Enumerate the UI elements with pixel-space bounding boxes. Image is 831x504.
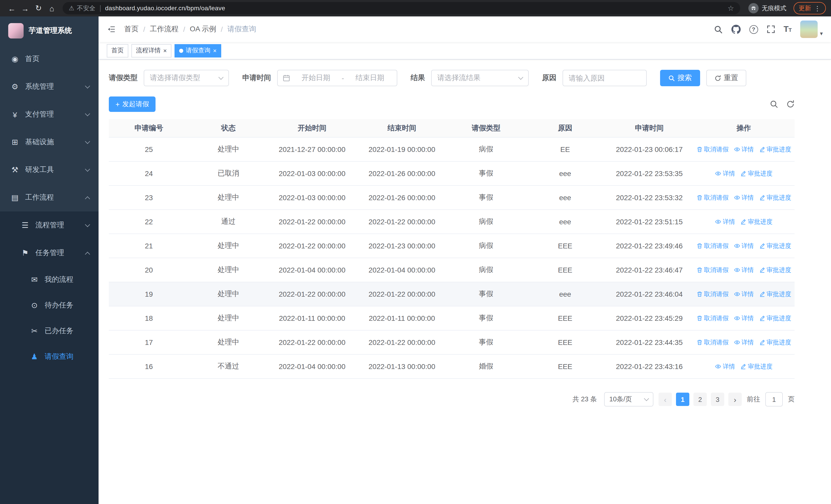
sidebar-item-leave-query[interactable]: ♟请假查询 bbox=[0, 344, 98, 369]
sidebar-fold-icon[interactable] bbox=[107, 25, 116, 34]
security-chip[interactable]: ⚠ 不安全 bbox=[69, 4, 95, 12]
breadcrumb-item[interactable]: OA 示例 bbox=[190, 25, 216, 34]
detail-action[interactable]: 详情 bbox=[715, 169, 735, 178]
app-logo[interactable]: 芋道管理系统 bbox=[0, 17, 98, 45]
cell-actions: 取消请假详情审批进度 bbox=[693, 314, 795, 323]
progress-action[interactable]: 审批进度 bbox=[759, 145, 791, 154]
user-menu[interactable]: ▾ bbox=[800, 21, 823, 38]
forward-icon[interactable]: → bbox=[19, 2, 32, 15]
cancel-action[interactable]: 取消请假 bbox=[696, 241, 728, 250]
breadcrumb-item[interactable]: 首页 bbox=[124, 25, 139, 34]
search-button[interactable]: 搜索 bbox=[660, 70, 700, 86]
font-size-icon[interactable]: TT bbox=[783, 25, 792, 34]
page-size-select[interactable]: 10条/页 bbox=[604, 392, 653, 407]
reset-button[interactable]: 重置 bbox=[706, 70, 746, 86]
progress-action[interactable]: 审批进度 bbox=[759, 266, 791, 274]
create-leave-button[interactable]: + 发起请假 bbox=[109, 96, 155, 112]
tab-home[interactable]: 首页 bbox=[107, 44, 128, 57]
detail-action[interactable]: 详情 bbox=[734, 241, 754, 250]
progress-action[interactable]: 审批进度 bbox=[759, 193, 791, 202]
sidebar-item-done-tasks[interactable]: ✂已办任务 bbox=[0, 318, 98, 344]
action-label: 详情 bbox=[741, 145, 754, 154]
page-button-3[interactable]: 3 bbox=[711, 393, 724, 406]
progress-action[interactable]: 审批进度 bbox=[740, 169, 773, 178]
progress-action[interactable]: 审批进度 bbox=[759, 338, 791, 347]
sidebar-item-devtools[interactable]: ⚒研发工具 bbox=[0, 156, 98, 184]
apply-time-range-picker[interactable]: 开始日期 - 结束日期 bbox=[277, 70, 397, 86]
sidebar-item-home[interactable]: ◉首页 bbox=[0, 45, 98, 73]
detail-action[interactable]: 详情 bbox=[734, 314, 754, 323]
close-icon[interactable]: × bbox=[163, 48, 167, 54]
sidebar-item-workflow[interactable]: ▤工作流程 bbox=[0, 184, 98, 211]
help-icon[interactable]: ? bbox=[749, 25, 758, 34]
browser-toolbar: ← → ↻ ⌂ ⚠ 不安全 dashboard.yudao.iocoder.cn… bbox=[0, 0, 831, 17]
reload-icon[interactable]: ↻ bbox=[32, 2, 45, 15]
browser-menu-icon[interactable]: ⋮ bbox=[814, 4, 821, 12]
github-icon[interactable] bbox=[731, 25, 740, 34]
eye-icon bbox=[715, 170, 721, 177]
detail-action[interactable]: 详情 bbox=[715, 217, 735, 226]
progress-action[interactable]: 审批进度 bbox=[740, 362, 773, 371]
sidebar-item-system[interactable]: ⚙系统管理 bbox=[0, 73, 98, 100]
cell-reason: eee bbox=[524, 194, 606, 202]
cancel-action[interactable]: 取消请假 bbox=[696, 338, 728, 347]
cancel-action[interactable]: 取消请假 bbox=[696, 290, 728, 298]
cell-start-time: 2022-01-22 00:00:00 bbox=[268, 217, 356, 226]
result-select[interactable]: 请选择流结果 bbox=[431, 70, 529, 86]
cell-end-time: 2022-01-22 00:00:00 bbox=[356, 338, 448, 347]
home-icon[interactable]: ⌂ bbox=[45, 2, 58, 15]
progress-action[interactable]: 审批进度 bbox=[759, 241, 791, 250]
action-label: 取消请假 bbox=[704, 145, 728, 154]
page-button-2[interactable]: 2 bbox=[693, 393, 707, 406]
search-icon[interactable] bbox=[714, 25, 722, 34]
cell-reason: eee bbox=[524, 169, 606, 178]
cancel-action[interactable]: 取消请假 bbox=[696, 314, 728, 323]
gear-icon: ⚙ bbox=[10, 82, 20, 91]
cancel-action[interactable]: 取消请假 bbox=[696, 266, 728, 274]
action-label: 详情 bbox=[741, 338, 754, 347]
cell-start-time: 2022-01-03 00:00:00 bbox=[268, 169, 356, 178]
detail-action[interactable]: 详情 bbox=[734, 290, 754, 298]
back-icon[interactable]: ← bbox=[5, 2, 19, 15]
cell-id: 17 bbox=[109, 338, 189, 347]
goto-page-input[interactable] bbox=[765, 392, 783, 407]
leave-type-select[interactable]: 请选择请假类型 bbox=[144, 70, 229, 86]
sidebar-item-my-process[interactable]: ✉我的流程 bbox=[0, 267, 98, 293]
detail-action[interactable]: 详情 bbox=[734, 266, 754, 274]
sidebar-item-task-mgmt[interactable]: ⚑任务管理 bbox=[0, 239, 98, 267]
range-separator: - bbox=[342, 74, 344, 82]
detail-action[interactable]: 详情 bbox=[734, 338, 754, 347]
prev-page-button[interactable]: ‹ bbox=[659, 393, 672, 406]
bookmark-star-icon[interactable]: ☆ bbox=[727, 4, 734, 12]
progress-action[interactable]: 审批进度 bbox=[759, 314, 791, 323]
address-bar[interactable]: ⚠ 不安全 dashboard.yudao.iocoder.cn/bpm/oa/… bbox=[63, 2, 740, 14]
cell-leave-type: 事假 bbox=[448, 290, 524, 299]
cell-reason: EE bbox=[524, 145, 606, 153]
cancel-action[interactable]: 取消请假 bbox=[696, 193, 728, 202]
search-toggle-icon[interactable] bbox=[770, 100, 778, 108]
tab-leave-query[interactable]: 请假查询× bbox=[174, 44, 221, 57]
tab-process-detail[interactable]: 流程详情× bbox=[132, 44, 171, 57]
cell-end-time: 2022-01-19 00:00:00 bbox=[356, 145, 448, 153]
navbar-actions: ? TT ▾ bbox=[714, 21, 823, 38]
next-page-button[interactable]: › bbox=[728, 393, 742, 406]
sidebar-item-todo-tasks[interactable]: ⊙待办任务 bbox=[0, 293, 98, 318]
close-icon[interactable]: × bbox=[213, 48, 217, 54]
action-label: 详情 bbox=[723, 362, 735, 371]
detail-action[interactable]: 详情 bbox=[715, 362, 735, 371]
update-chip[interactable]: 更新 ⋮ bbox=[794, 2, 826, 14]
reason-input[interactable] bbox=[563, 70, 647, 86]
breadcrumb-item[interactable]: 工作流程 bbox=[150, 25, 179, 34]
sidebar-item-process-mgmt[interactable]: ☰流程管理 bbox=[0, 211, 98, 239]
cancel-action[interactable]: 取消请假 bbox=[696, 145, 728, 154]
detail-action[interactable]: 详情 bbox=[734, 193, 754, 202]
progress-action[interactable]: 审批进度 bbox=[740, 217, 773, 226]
fullscreen-icon[interactable] bbox=[767, 25, 775, 33]
edit-icon bbox=[759, 291, 765, 297]
progress-action[interactable]: 审批进度 bbox=[759, 290, 791, 298]
refresh-table-icon[interactable] bbox=[786, 100, 795, 108]
sidebar-item-infra[interactable]: ⊞基础设施 bbox=[0, 128, 98, 156]
sidebar-item-payment[interactable]: ¥支付管理 bbox=[0, 100, 98, 128]
page-button-1[interactable]: 1 bbox=[676, 393, 689, 406]
detail-action[interactable]: 详情 bbox=[734, 145, 754, 154]
